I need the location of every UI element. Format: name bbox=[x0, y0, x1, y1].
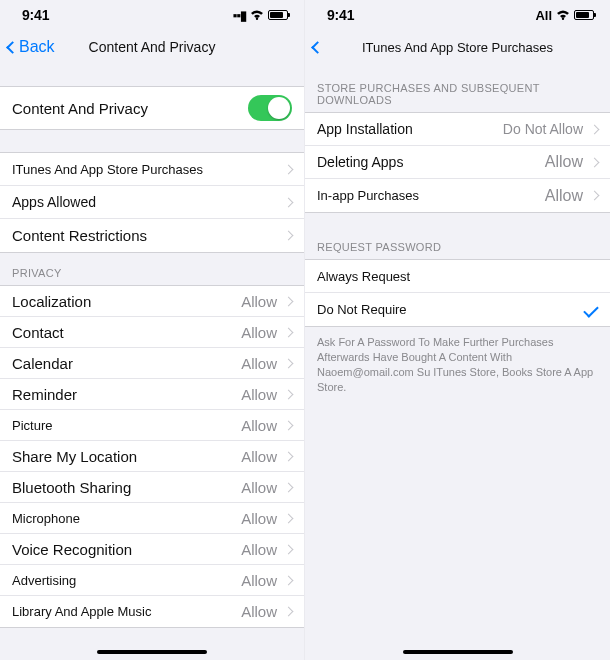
store-group: App InstallationDo Not AllowDeleting App… bbox=[305, 112, 610, 213]
privacy-item[interactable]: AdvertisingAllow bbox=[0, 565, 304, 596]
privacy-item-value: Allow bbox=[241, 417, 277, 434]
chevron-right-icon bbox=[284, 389, 294, 399]
privacy-group: LocalizationAllowContactAllowCalendarAll… bbox=[0, 285, 304, 628]
request-password-header: Request Password bbox=[305, 213, 610, 259]
privacy-item-label: Picture bbox=[12, 418, 52, 433]
privacy-item-label: Voice Recognition bbox=[12, 541, 132, 558]
nav-header: ITunes And App Store Purchases bbox=[305, 30, 610, 64]
privacy-item-label: Calendar bbox=[12, 355, 73, 372]
request-group: Always RequestDo Not Require bbox=[305, 259, 610, 327]
request-footer: Ask For A Password To Make Further Purch… bbox=[305, 327, 610, 400]
home-indicator bbox=[97, 650, 207, 654]
chevron-right-icon bbox=[284, 231, 294, 241]
chevron-right-icon bbox=[284, 164, 294, 174]
store-item-value: Do Not Allow bbox=[503, 121, 583, 137]
privacy-item-label: Advertising bbox=[12, 573, 76, 588]
chevron-right-icon bbox=[284, 197, 294, 207]
privacy-item[interactable]: MicrophoneAllow bbox=[0, 503, 304, 534]
battery-icon bbox=[574, 10, 594, 20]
nav-apps-allowed[interactable]: Apps Allowed bbox=[0, 186, 304, 219]
privacy-item-label: Bluetooth Sharing bbox=[12, 479, 131, 496]
chevron-right-icon bbox=[284, 575, 294, 585]
privacy-item-label: Microphone bbox=[12, 511, 80, 526]
battery-icon bbox=[268, 10, 288, 20]
nav-itunes-purchases[interactable]: ITunes And App Store Purchases bbox=[0, 153, 304, 186]
privacy-item-value: Allow bbox=[241, 541, 277, 558]
status-time: 9:41 bbox=[22, 7, 49, 23]
screen-content-privacy: 9:41 ▪▪▮ Back Content And Privacy Conten… bbox=[0, 0, 305, 660]
privacy-item-value: Allow bbox=[241, 293, 277, 310]
store-item[interactable]: In-app PurchasesAllow bbox=[305, 179, 610, 212]
status-time: 9:41 bbox=[327, 7, 354, 23]
checkmark-icon bbox=[583, 302, 599, 318]
content-scroll[interactable]: Store Purchases And Subsequent Downloads… bbox=[305, 64, 610, 660]
status-indicators: ▪▪▮ bbox=[233, 8, 288, 23]
privacy-item[interactable]: LocalizationAllow bbox=[0, 286, 304, 317]
chevron-right-icon bbox=[590, 157, 600, 167]
privacy-item[interactable]: ContactAllow bbox=[0, 317, 304, 348]
privacy-section-header: Privacy bbox=[0, 253, 304, 285]
status-bar: 9:41 ▪▪▮ bbox=[0, 0, 304, 30]
chevron-right-icon bbox=[284, 451, 294, 461]
store-item-label: In-app Purchases bbox=[317, 188, 419, 203]
privacy-item[interactable]: PictureAllow bbox=[0, 410, 304, 441]
privacy-item-value: Allow bbox=[241, 324, 277, 341]
screen-itunes-purchases: 9:41 All ITunes And App Store Purchases … bbox=[305, 0, 610, 660]
request-option[interactable]: Always Request bbox=[305, 260, 610, 293]
privacy-item[interactable]: Library And Apple MusicAllow bbox=[0, 596, 304, 627]
privacy-item-label: Contact bbox=[12, 324, 64, 341]
privacy-item[interactable]: Voice RecognitionAllow bbox=[0, 534, 304, 565]
status-indicators: All bbox=[535, 8, 594, 23]
chevron-right-icon bbox=[284, 513, 294, 523]
privacy-item-value: Allow bbox=[241, 355, 277, 372]
cellular-icon: ▪▪▮ bbox=[233, 8, 246, 23]
privacy-item[interactable]: CalendarAllow bbox=[0, 348, 304, 379]
chevron-right-icon bbox=[590, 191, 600, 201]
privacy-item-label: Library And Apple Music bbox=[12, 604, 151, 619]
chevron-right-icon bbox=[590, 124, 600, 134]
content-scroll[interactable]: Content And Privacy ITunes And App Store… bbox=[0, 64, 304, 660]
toggle-switch[interactable] bbox=[248, 95, 292, 121]
content-privacy-toggle-row[interactable]: Content And Privacy bbox=[0, 87, 304, 129]
privacy-item-value: Allow bbox=[241, 510, 277, 527]
toggle-label: Content And Privacy bbox=[12, 100, 148, 117]
privacy-item-label: Localization bbox=[12, 293, 91, 310]
nav-group: ITunes And App Store Purchases Apps Allo… bbox=[0, 152, 304, 253]
store-item[interactable]: App InstallationDo Not Allow bbox=[305, 113, 610, 146]
wifi-icon bbox=[556, 8, 570, 23]
privacy-item[interactable]: Bluetooth SharingAllow bbox=[0, 472, 304, 503]
privacy-item-label: Share My Location bbox=[12, 448, 137, 465]
chevron-right-icon bbox=[284, 544, 294, 554]
store-item-label: App Installation bbox=[317, 121, 413, 137]
chevron-right-icon bbox=[284, 327, 294, 337]
wifi-icon bbox=[250, 8, 264, 23]
store-item-value: Allow bbox=[545, 187, 583, 205]
store-item[interactable]: Deleting AppsAllow bbox=[305, 146, 610, 179]
home-indicator bbox=[403, 650, 513, 654]
privacy-item-value: Allow bbox=[241, 448, 277, 465]
privacy-item-value: Allow bbox=[241, 386, 277, 403]
chevron-right-icon bbox=[284, 296, 294, 306]
chevron-right-icon bbox=[284, 482, 294, 492]
request-option-label: Do Not Require bbox=[317, 302, 407, 317]
main-toggle-group: Content And Privacy bbox=[0, 86, 304, 130]
privacy-item-label: Reminder bbox=[12, 386, 77, 403]
privacy-item-value: Allow bbox=[241, 603, 277, 620]
nav-content-restrictions[interactable]: Content Restrictions bbox=[0, 219, 304, 252]
store-section-header: Store Purchases And Subsequent Downloads bbox=[305, 64, 610, 112]
request-option-label: Always Request bbox=[317, 269, 410, 284]
page-title: ITunes And App Store Purchases bbox=[305, 40, 610, 55]
privacy-item-value: Allow bbox=[241, 572, 277, 589]
carrier-label: All bbox=[535, 8, 552, 23]
privacy-item-value: Allow bbox=[241, 479, 277, 496]
chevron-right-icon bbox=[284, 358, 294, 368]
request-option[interactable]: Do Not Require bbox=[305, 293, 610, 326]
nav-header: Back Content And Privacy bbox=[0, 30, 304, 64]
chevron-right-icon bbox=[284, 607, 294, 617]
privacy-item[interactable]: ReminderAllow bbox=[0, 379, 304, 410]
store-item-label: Deleting Apps bbox=[317, 154, 403, 170]
status-bar: 9:41 All bbox=[305, 0, 610, 30]
chevron-right-icon bbox=[284, 420, 294, 430]
privacy-item[interactable]: Share My LocationAllow bbox=[0, 441, 304, 472]
store-item-value: Allow bbox=[545, 153, 583, 171]
